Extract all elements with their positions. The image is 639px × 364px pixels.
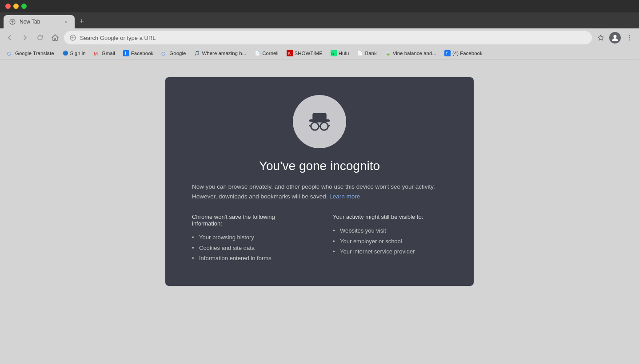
- bookmark-bank[interactable]: 📄 Bank: [353, 49, 380, 57]
- traffic-lights: [5, 4, 27, 9]
- svg-point-7: [629, 35, 630, 36]
- svg-text:f: f: [125, 51, 126, 56]
- profile-button[interactable]: [609, 32, 621, 44]
- list-item: Information entered in forms: [192, 253, 306, 264]
- bookmark-label: (4) Facebook: [452, 51, 483, 56]
- svg-rect-19: [444, 50, 451, 56]
- tabbar: New Tab × +: [0, 12, 639, 28]
- titlebar: [0, 0, 639, 12]
- svg-point-6: [614, 35, 617, 38]
- bookmark-favicon: 🍃: [385, 50, 391, 56]
- address-favicon: [69, 34, 76, 41]
- two-columns: Chrome won't save the following informat…: [192, 214, 447, 264]
- bookmark-label: Gmail: [102, 51, 115, 56]
- svg-text:h: h: [331, 51, 334, 56]
- list-item: Cookies and site data: [192, 243, 306, 253]
- bookmark-favicon: 📄: [357, 50, 363, 56]
- bookmark-label: SHOWTIME: [295, 51, 323, 56]
- bookmark-favicon: 🔵: [62, 50, 68, 56]
- incognito-description-text: Now you can browse privately, and other …: [192, 183, 435, 200]
- tab-new-tab[interactable]: New Tab ×: [4, 15, 75, 28]
- bookmark-favicon: G: [161, 50, 168, 56]
- bookmark-sign-in[interactable]: 🔵 Sign in: [59, 49, 89, 57]
- close-button[interactable]: [5, 4, 11, 9]
- bookmark-label: Sign in: [70, 51, 86, 56]
- bookmark-favicon: 📄: [254, 50, 260, 56]
- column-left-title: Chrome won't save the following informat…: [192, 214, 306, 227]
- bookmark-star-button[interactable]: [595, 32, 607, 44]
- chrome-menu-button[interactable]: [623, 32, 635, 44]
- tab-close-button[interactable]: ×: [62, 18, 69, 25]
- list-item: Your browsing history: [192, 232, 306, 243]
- svg-text:S: S: [288, 51, 291, 56]
- svg-text:M: M: [94, 51, 98, 56]
- bookmark-label: Google: [169, 51, 186, 56]
- main-content: You've gone incognito Now you can browse…: [0, 59, 639, 364]
- bookmark-favicon: S: [287, 50, 293, 56]
- bookmark-google-translate[interactable]: G Google Translate: [4, 49, 58, 57]
- svg-rect-23: [309, 119, 330, 122]
- tab-favicon: [9, 18, 16, 25]
- back-button[interactable]: [4, 32, 16, 44]
- tab-title: New Tab: [20, 19, 59, 25]
- bookmark-favicon: 🎵: [194, 50, 200, 56]
- bookmark-favicon: f: [444, 50, 451, 56]
- svg-point-24: [311, 123, 319, 131]
- incognito-title: You've gone incognito: [259, 159, 380, 173]
- column-right: Your activity might still be visible to:…: [333, 214, 447, 264]
- list-item: Your employer or school: [333, 236, 447, 247]
- svg-rect-12: [123, 50, 129, 56]
- list-item: Websites you visit: [333, 226, 447, 236]
- minimize-button[interactable]: [13, 4, 19, 9]
- bookmark-showtime[interactable]: S SHOWTIME: [283, 49, 326, 57]
- incognito-icon-wrapper: [293, 95, 346, 148]
- svg-point-25: [320, 123, 328, 131]
- bookmark-label: Google Translate: [15, 51, 54, 56]
- right-list: Websites you visit Your employer or scho…: [333, 226, 447, 257]
- forward-button[interactable]: [19, 32, 31, 44]
- bookmark-label: Vine balance and...: [393, 51, 436, 56]
- bookmark-google[interactable]: G Google: [158, 49, 189, 57]
- svg-line-27: [309, 126, 311, 127]
- home-button[interactable]: [49, 32, 61, 44]
- incognito-card: You've gone incognito Now you can browse…: [165, 77, 474, 286]
- bookmark-facebook[interactable]: f Facebook: [120, 49, 157, 57]
- refresh-button[interactable]: [34, 32, 46, 44]
- bookmark-label: Where amazing h...: [202, 51, 246, 56]
- column-right-title: Your activity might still be visible to:: [333, 214, 447, 220]
- bookmark-gmail[interactable]: M Gmail: [90, 49, 119, 57]
- svg-text:f: f: [446, 51, 447, 56]
- bookmark-favicon: f: [123, 50, 129, 56]
- profile-avatar: [609, 32, 621, 44]
- left-list: Your browsing history Cookies and site d…: [192, 232, 306, 264]
- nav-right: [595, 32, 635, 44]
- list-item: Your internet service provider: [333, 246, 447, 257]
- bookmark-facebook-4[interactable]: f (4) Facebook: [441, 49, 486, 57]
- address-bar[interactable]: Search Google or type a URL: [64, 31, 592, 44]
- svg-text:G: G: [7, 51, 11, 56]
- svg-point-9: [629, 40, 630, 40]
- bookmark-favicon: h: [331, 50, 337, 56]
- svg-text:G: G: [161, 51, 165, 56]
- address-text: Search Google or type a URL: [80, 35, 587, 41]
- bookmark-favicon: G: [7, 50, 13, 56]
- bookmark-label: Hulu: [339, 51, 349, 56]
- bookmark-label: Cornell: [262, 51, 278, 56]
- bookmark-label: Facebook: [131, 51, 154, 56]
- bookmark-hulu[interactable]: h Hulu: [327, 49, 353, 57]
- svg-point-8: [629, 37, 630, 38]
- incognito-description: Now you can browse privately, and other …: [192, 182, 447, 201]
- bookmark-where-amazing[interactable]: 🎵 Where amazing h...: [190, 49, 250, 57]
- incognito-icon: [304, 106, 335, 137]
- bookmark-cornell[interactable]: 📄 Cornell: [251, 49, 282, 57]
- bookmark-vine-balance[interactable]: 🍃 Vine balance and...: [381, 49, 440, 57]
- column-left: Chrome won't save the following informat…: [192, 214, 306, 264]
- maximize-button[interactable]: [21, 4, 27, 9]
- learn-more-link[interactable]: Learn more: [329, 193, 360, 200]
- svg-line-28: [328, 126, 330, 127]
- navbar: Search Google or type a URL: [0, 28, 639, 47]
- new-tab-button[interactable]: +: [76, 15, 88, 28]
- bookmark-favicon: M: [94, 50, 100, 56]
- bookmark-label: Bank: [365, 51, 376, 56]
- bookmarks-bar: G Google Translate 🔵 Sign in M Gmail f F…: [0, 47, 639, 59]
